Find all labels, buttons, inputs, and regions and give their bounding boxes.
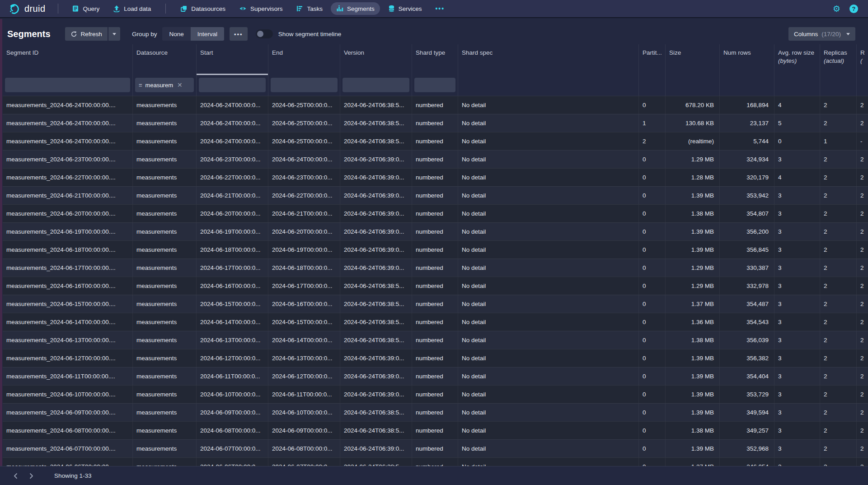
more-options-button[interactable]: •••	[230, 27, 248, 41]
cell-avg-row-size: 3	[774, 422, 820, 439]
next-page-button[interactable]	[24, 469, 38, 483]
column-label: Size	[669, 49, 716, 57]
nav-item-tasks[interactable]: Tasks	[291, 2, 328, 15]
cell-partit: 0	[639, 223, 666, 240]
column-label: Num rows	[723, 49, 770, 57]
showing-range-label: Showing 1-33	[54, 472, 92, 479]
help-icon[interactable]: ?	[849, 5, 858, 13]
cell-datasource: measurements	[133, 295, 197, 313]
column-header-end[interactable]: End	[268, 44, 340, 75]
table-row[interactable]: measurements_2024-06-10T00:00:00....meas…	[3, 385, 868, 403]
cell-version: 2024-06-24T06:39:0...	[340, 169, 412, 186]
nav-item-datasources[interactable]: Datasources	[175, 2, 231, 15]
table-row[interactable]: measurements_2024-06-24T00:00:00....meas…	[3, 114, 868, 132]
prev-page-button[interactable]	[9, 469, 23, 483]
table-row[interactable]: measurements_2024-06-21T00:00:00....meas…	[3, 186, 868, 204]
table-row[interactable]: measurements_2024-06-18T00:00:00....meas…	[3, 240, 868, 259]
table-row[interactable]: measurements_2024-06-09T00:00:00....meas…	[3, 403, 868, 421]
segment-timeline-toggle[interactable]	[256, 29, 273, 38]
cell-version: 2024-06-24T06:38:5...	[340, 132, 412, 150]
table-row[interactable]: measurements_2024-06-17T00:00:00....meas…	[3, 259, 868, 277]
cell-size: 1.37 MB	[666, 295, 720, 313]
table-row[interactable]: measurements_2024-06-08T00:00:00....meas…	[3, 421, 868, 439]
nav-item-services[interactable]: Services	[383, 2, 427, 15]
column-header-num-rows[interactable]: Num rows	[720, 44, 774, 75]
column-header-datasource[interactable]: Datasource	[133, 44, 197, 75]
table-row[interactable]: measurements_2024-06-12T00:00:00....meas…	[3, 349, 868, 367]
column-header-start[interactable]: Start	[197, 44, 268, 75]
filter-input-datasource[interactable]: =measurem✕	[135, 78, 194, 92]
column-header-replicas[interactable]: Replicas(actual)	[820, 44, 857, 75]
cell-shard-spec: No detail	[458, 386, 639, 403]
columns-button[interactable]: Columns (17/20)	[788, 27, 855, 41]
group-by-option-none[interactable]: None	[162, 27, 190, 41]
column-header-shard-type[interactable]: Shard type	[412, 44, 458, 75]
cell-shard-spec: No detail	[458, 151, 639, 168]
cell-num-rows: 356,039	[720, 331, 774, 349]
cell-replicas: 2	[820, 295, 857, 313]
column-header-partit[interactable]: Partit...	[639, 44, 666, 75]
cell-version: 2024-06-24T06:39:0...	[340, 223, 412, 240]
table-row[interactable]: measurements_2024-06-14T00:00:00....meas…	[3, 313, 868, 331]
gear-icon[interactable]: ⚙	[833, 5, 840, 13]
filter-input-shard-type[interactable]	[414, 78, 455, 92]
cell-avg-row-size: 4	[774, 96, 820, 114]
column-sublabel: (bytes)	[778, 57, 816, 65]
filter-input-segment-id[interactable]	[5, 78, 130, 92]
cell-replicas: 2	[820, 367, 857, 385]
column-header-avg-row-size[interactable]: Avg. row size(bytes)	[774, 44, 820, 75]
cell-segment-id: measurements_2024-06-13T00:00:00....	[3, 331, 133, 349]
cell-start: 2024-06-09T00:00:0...	[197, 404, 268, 421]
nav-item-supervisors[interactable]: Supervisors	[234, 2, 288, 15]
cell-avg-row-size: 3	[774, 404, 820, 421]
column-header-r[interactable]: R(	[857, 44, 868, 75]
group-by-label: Group by	[132, 31, 157, 38]
table-row[interactable]: measurements_2024-06-13T00:00:00....meas…	[3, 331, 868, 349]
table-row[interactable]: measurements_2024-06-24T00:00:00....meas…	[3, 96, 868, 114]
filter-cell-num-rows	[720, 75, 774, 96]
column-label: Segment ID	[6, 49, 129, 57]
group-by-option-interval[interactable]: Interval	[191, 27, 224, 41]
table-row[interactable]: measurements_2024-06-20T00:00:00....meas…	[3, 204, 868, 222]
tasks-icon	[296, 5, 303, 12]
table-row[interactable]: measurements_2024-06-23T00:00:00....meas…	[3, 150, 868, 168]
table-filter-row: =measurem✕	[3, 75, 868, 96]
cell-replicas: 2	[820, 259, 857, 277]
table-row[interactable]: measurements_2024-06-22T00:00:00....meas…	[3, 168, 868, 186]
nav-item-more[interactable]: •••	[430, 2, 450, 15]
filter-input-version[interactable]	[343, 78, 409, 92]
column-header-size[interactable]: Size	[666, 44, 720, 75]
cell-shard-type: numbered	[412, 241, 458, 259]
table-row[interactable]: measurements_2024-06-11T00:00:00....meas…	[3, 367, 868, 385]
cell-start: 2024-06-10T00:00:0...	[197, 386, 268, 403]
table-row[interactable]: measurements_2024-06-15T00:00:00....meas…	[3, 295, 868, 313]
table-row[interactable]: measurements_2024-06-16T00:00:00....meas…	[3, 277, 868, 295]
nav-item-segments[interactable]: Segments	[331, 2, 380, 15]
nav-item-query[interactable]: Query	[66, 2, 105, 15]
cell-start: 2024-06-22T00:00:0...	[197, 169, 268, 186]
column-header-shard-spec[interactable]: Shard spec	[458, 44, 639, 75]
druid-logo[interactable]: druid	[8, 3, 45, 15]
table-row[interactable]: measurements_2024-06-07T00:00:00....meas…	[3, 439, 868, 457]
cell-datasource: measurements	[133, 223, 197, 240]
cell-avg-row-size: 3	[774, 259, 820, 277]
table-row[interactable]: measurements_2024-06-24T00:00:00....meas…	[3, 132, 868, 150]
table-row[interactable]: measurements_2024-06-19T00:00:00....meas…	[3, 222, 868, 240]
cell-datasource: measurements	[133, 349, 197, 367]
close-icon[interactable]: ✕	[177, 81, 183, 89]
cell-avg-row-size: 3	[774, 440, 820, 457]
cell-size: 1.39 MB	[666, 440, 720, 457]
filter-input-end[interactable]	[271, 78, 338, 92]
column-label: Start	[200, 49, 264, 57]
column-header-segment-id[interactable]: Segment ID	[3, 44, 133, 75]
refresh-button[interactable]: Refresh	[65, 27, 108, 41]
cell-datasource: measurements	[133, 277, 197, 295]
cell-size: 1.38 MB	[666, 205, 720, 222]
refresh-dropdown-button[interactable]	[108, 27, 120, 41]
cell-shard-spec: No detail	[458, 277, 639, 295]
column-header-version[interactable]: Version	[340, 44, 412, 75]
cell-segment-id: measurements_2024-06-24T00:00:00....	[3, 132, 133, 150]
nav-item-load-data[interactable]: Load data	[108, 2, 156, 15]
cell-datasource: measurements	[133, 313, 197, 331]
filter-input-start[interactable]	[199, 78, 266, 92]
